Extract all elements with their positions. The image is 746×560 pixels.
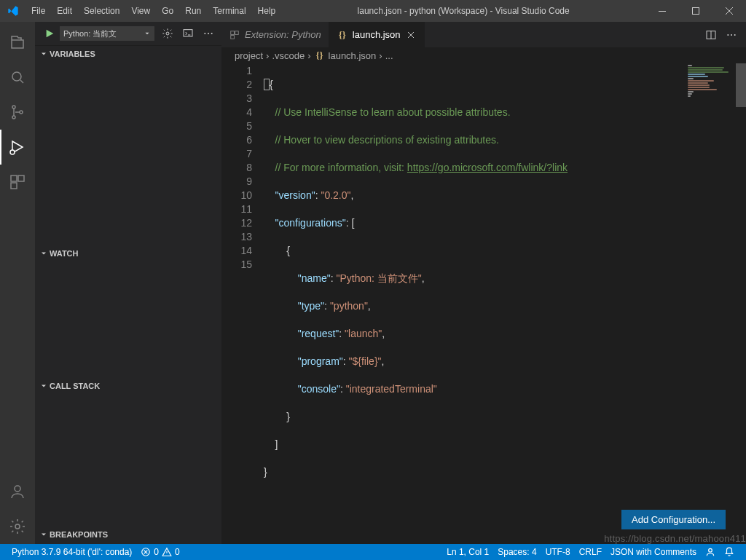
status-problems[interactable]: 0 0 <box>136 544 184 560</box>
section-breakpoints[interactable]: BREAKPOINTS <box>35 527 221 543</box>
maximize-button[interactable] <box>679 0 712 22</box>
activity-search[interactable] <box>0 60 35 95</box>
tab-launch-json[interactable]: {} launch.json <box>329 22 425 47</box>
menu-view[interactable]: View <box>125 0 156 22</box>
code-editor[interactable]: 1 2 3 4 5 6 7 8 9 10 11 12 13 14 15 { //… <box>221 63 746 544</box>
status-feedback-icon[interactable] <box>701 544 720 560</box>
run-sidebar: Python: 当前文 VARIABLES WATCH CALL <box>35 22 221 544</box>
svg-point-22 <box>731 34 732 36</box>
error-count: 0 <box>154 547 159 557</box>
chevron-right-icon: › <box>379 50 382 61</box>
chevron-right-icon: › <box>307 50 310 61</box>
main-menu: File Edit Selection View Go Run Terminal… <box>25 0 281 22</box>
status-language-mode[interactable]: JSON with Comments <box>606 544 701 560</box>
editor-area: Extension: Python {} launch.json project… <box>221 22 746 544</box>
status-indentation[interactable]: Spaces: 4 <box>493 544 541 560</box>
callstack-body <box>35 394 221 527</box>
code-content[interactable]: { // Use IntelliSense to learn about pos… <box>264 63 746 544</box>
svg-point-21 <box>727 34 729 36</box>
status-eol[interactable]: CRLF <box>575 544 606 560</box>
config-select-label: Python: 当前文 <box>63 28 117 39</box>
menu-edit[interactable]: Edit <box>51 0 78 22</box>
json-file-icon: {} <box>314 50 326 61</box>
close-tab-icon[interactable] <box>405 29 417 41</box>
status-python-interpreter[interactable]: Python 3.7.9 64-bit ('dl': conda) <box>7 544 136 560</box>
svg-point-5 <box>20 111 23 114</box>
title-bar: File Edit Selection View Go Run Terminal… <box>0 0 746 22</box>
more-actions-button[interactable] <box>723 26 740 44</box>
watch-body <box>35 261 221 378</box>
svg-point-6 <box>10 150 15 154</box>
section-breakpoints-label: BREAKPOINTS <box>50 530 108 539</box>
warning-count: 0 <box>175 547 180 557</box>
menu-selection[interactable]: Selection <box>78 0 125 22</box>
add-configuration-button[interactable]: Add Configuration... <box>621 510 726 529</box>
section-callstack[interactable]: CALL STACK <box>35 378 221 394</box>
launch-config-select[interactable]: Python: 当前文 <box>60 26 154 41</box>
svg-point-4 <box>12 116 15 119</box>
more-icon[interactable] <box>201 26 216 41</box>
activity-scm[interactable] <box>0 95 35 130</box>
chevron-down-icon <box>38 380 50 392</box>
svg-rect-7 <box>11 176 17 181</box>
menu-run[interactable]: Run <box>179 0 207 22</box>
svg-point-23 <box>734 34 736 36</box>
svg-point-12 <box>166 32 169 35</box>
split-editor-button[interactable] <box>702 26 720 44</box>
activity-accounts[interactable] <box>0 474 35 509</box>
close-button[interactable] <box>712 0 746 22</box>
debug-console-icon[interactable] <box>181 26 195 41</box>
section-watch-label: WATCH <box>50 249 79 258</box>
activity-run-debug[interactable] <box>0 130 35 165</box>
svg-point-3 <box>12 106 15 109</box>
line-gutter: 1 2 3 4 5 6 7 8 9 10 11 12 13 14 15 <box>221 63 264 544</box>
section-watch[interactable]: WATCH <box>35 245 221 261</box>
chevron-down-icon <box>144 30 151 37</box>
watermark-text: https://blog.csdn.net/mahoon411 <box>604 533 746 544</box>
svg-rect-0 <box>659 11 666 12</box>
activity-settings[interactable] <box>0 509 35 544</box>
svg-point-16 <box>211 33 213 34</box>
breadcrumb-item[interactable]: project <box>235 50 263 61</box>
chevron-down-icon <box>38 529 50 540</box>
section-variables[interactable]: VARIABLES <box>35 46 221 62</box>
svg-rect-1 <box>693 8 699 15</box>
json-file-icon: {} <box>337 29 348 41</box>
tab-extension-python[interactable]: Extension: Python <box>221 22 329 47</box>
menu-help[interactable]: Help <box>252 0 282 22</box>
svg-point-10 <box>15 486 20 492</box>
svg-point-14 <box>204 33 205 34</box>
vertical-scrollbar[interactable] <box>736 63 746 544</box>
status-cursor-position[interactable]: Ln 1, Col 1 <box>442 544 493 560</box>
status-bell-icon[interactable] <box>720 544 739 560</box>
section-variables-label: VARIABLES <box>50 50 95 58</box>
extensions-icon <box>229 29 240 41</box>
menu-file[interactable]: File <box>25 0 51 22</box>
menu-go[interactable]: Go <box>156 0 179 22</box>
chevron-down-icon <box>38 48 50 60</box>
svg-rect-17 <box>231 31 235 34</box>
status-bar: Python 3.7.9 64-bit ('dl': conda) 0 0 Ln… <box>0 544 746 560</box>
minimap[interactable] <box>678 63 736 544</box>
gear-icon[interactable] <box>160 26 175 41</box>
breadcrumb-item[interactable]: ... <box>385 50 393 61</box>
activity-extensions[interactable] <box>0 165 35 200</box>
start-debug-button[interactable] <box>44 28 55 39</box>
svg-point-2 <box>12 72 21 81</box>
activity-explorer[interactable] <box>0 25 35 60</box>
chevron-right-icon: › <box>266 50 269 61</box>
menu-terminal[interactable]: Terminal <box>207 0 251 22</box>
svg-point-15 <box>208 33 209 34</box>
section-callstack-label: CALL STACK <box>50 382 100 390</box>
svg-rect-8 <box>18 176 24 181</box>
svg-rect-13 <box>184 30 192 36</box>
tab-bar: Extension: Python {} launch.json <box>221 22 746 47</box>
window-controls <box>645 0 746 22</box>
breadcrumb[interactable]: project › .vscode › {} launch.json › ... <box>221 47 746 63</box>
debug-toolbar: Python: 当前文 <box>35 22 221 46</box>
breadcrumb-item[interactable]: launch.json <box>329 50 377 61</box>
breadcrumb-item[interactable]: .vscode <box>272 50 305 61</box>
minimize-button[interactable] <box>645 0 679 22</box>
svg-point-25 <box>709 548 712 552</box>
status-encoding[interactable]: UTF-8 <box>541 544 575 560</box>
